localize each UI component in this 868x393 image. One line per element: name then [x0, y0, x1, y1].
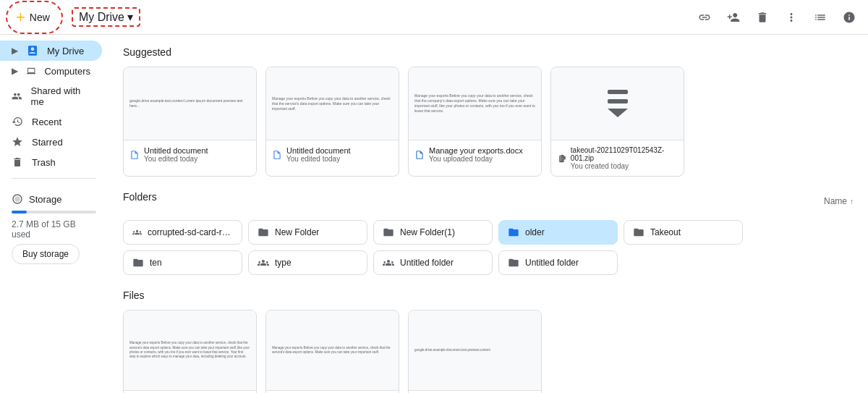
card-preview-2: Manage your exports Before you copy your… — [409, 67, 541, 140]
sidebar: ▶ My Drive ▶ Computers Shared with me Re… — [0, 35, 109, 393]
sidebar-item-starred[interactable]: Starred — [0, 132, 102, 152]
main-layout: ▶ My Drive ▶ Computers Shared with me Re… — [0, 35, 868, 393]
word-icon-2 — [414, 150, 425, 160]
card-name-0: Untitled document — [144, 146, 208, 155]
folders-title: Folders — [123, 191, 157, 203]
folder-item-3[interactable]: older — [498, 220, 618, 245]
folder-item-6[interactable]: type — [248, 250, 367, 275]
list-view-button[interactable] — [807, 4, 833, 30]
file-preview-2: google.drive.example.document.text.previ… — [409, 310, 541, 390]
buy-storage-button[interactable]: Buy storage — [12, 244, 80, 264]
file-card-0[interactable]: Manage your exports Before you copy your… — [123, 310, 257, 393]
file-preview-0: Manage your exports Before you copy your… — [124, 310, 256, 390]
sort-label: Name — [824, 196, 847, 206]
folder-name-1: New Folder — [275, 227, 319, 237]
card-date-0: You edited today — [144, 155, 208, 163]
sort-arrow-icon: ↑ — [850, 198, 854, 206]
file-card-2[interactable]: google.drive.example.document.text.previ… — [408, 310, 542, 393]
file-preview-1: Manage your exports Before you copy your… — [266, 310, 399, 390]
card-info-3: takeout-20211029T012543Z-001.zip You cre… — [551, 140, 684, 176]
folder-icon-2 — [383, 227, 394, 238]
sidebar-item-trash[interactable]: Trash — [0, 152, 102, 172]
breadcrumb-chevron-icon: ▾ — [127, 10, 133, 24]
sidebar-shared-label: Shared with me — [31, 85, 90, 107]
sidebar-computers-label: Computers — [44, 66, 90, 77]
card-preview-3 — [551, 67, 684, 140]
sidebar-item-mydrive[interactable]: ▶ My Drive — [0, 41, 102, 61]
folders-grid: corrupted-sd-card-recovery New Folder Ne… — [123, 220, 854, 275]
sort-button[interactable]: Name ↑ — [824, 196, 854, 206]
more-options-button[interactable] — [778, 4, 804, 30]
breadcrumb[interactable]: My Drive ▾ — [72, 7, 140, 27]
recent-icon — [12, 116, 23, 127]
storage-bar-fill — [12, 211, 27, 214]
link-button[interactable] — [692, 4, 718, 30]
card-name-3: takeout-20211029T012543Z-001.zip — [571, 146, 678, 162]
folders-section-header: Folders Name ↑ — [123, 191, 854, 211]
breadcrumb-label: My Drive — [79, 11, 124, 24]
starred-icon — [12, 136, 23, 148]
storage-used-label: 2.7 MB of 15 GB used — [12, 219, 96, 240]
sidebar-item-shared[interactable]: Shared with me — [0, 81, 102, 111]
card-preview-0: google.drive.example.text.content Lorem … — [124, 67, 256, 140]
sidebar-item-computers[interactable]: ▶ Computers — [0, 61, 102, 81]
folder-item-1[interactable]: New Folder — [248, 220, 367, 245]
folder-item-5[interactable]: ten — [123, 250, 242, 275]
plus-icon: + — [16, 8, 25, 27]
shared-icon — [12, 90, 22, 102]
file-info-2: Untitled document — [409, 390, 541, 393]
suggested-card-1[interactable]: Manage your exports Before you copy your… — [265, 67, 399, 177]
file-info-0: Manage your exports.docx — [124, 390, 256, 393]
folder-name-2: New Folder(1) — [400, 227, 455, 237]
files-grid: Manage your exports Before you copy your… — [123, 310, 854, 393]
sidebar-mydrive-label: My Drive — [47, 46, 84, 56]
card-info-0: Untitled document You edited today — [124, 140, 256, 169]
folder-item-0[interactable]: corrupted-sd-card-recovery — [123, 220, 242, 245]
suggested-card-0[interactable]: google.drive.example.text.content Lorem … — [123, 67, 257, 177]
delete-button[interactable] — [749, 4, 775, 30]
sidebar-item-recent[interactable]: Recent — [0, 111, 102, 132]
sidebar-divider — [12, 178, 96, 179]
folder-name-7: Untitled folder — [400, 258, 454, 268]
file-info-1: Untitled document — [266, 390, 399, 393]
sidebar-starred-label: Starred — [32, 137, 63, 148]
card-date-1: You edited today — [286, 155, 351, 163]
storage-section-label: Storage — [29, 194, 62, 205]
folder-item-7[interactable]: Untitled folder — [373, 250, 493, 275]
new-button[interactable]: + New — [6, 1, 63, 34]
folders-section: Folders Name ↑ corrupted-sd-card-recover… — [123, 191, 854, 275]
folder-person-icon-0 — [132, 227, 142, 238]
storage-icon — [12, 193, 23, 205]
share-button[interactable] — [720, 4, 746, 30]
folder-icon-1 — [258, 227, 269, 238]
folder-icon-4 — [633, 227, 644, 238]
new-label: New — [30, 12, 50, 23]
suggested-grid: google.drive.example.text.content Lorem … — [123, 67, 854, 177]
file-card-1[interactable]: Manage your exports Before you copy your… — [265, 310, 399, 393]
folder-icon-8 — [508, 257, 519, 269]
files-section: Files Manage your exports Before you cop… — [123, 290, 854, 393]
suggested-card-2[interactable]: Manage your exports Before you copy your… — [408, 67, 542, 177]
folder-name-6: type — [275, 258, 292, 268]
card-date-2: You uploaded today — [429, 155, 523, 163]
sidebar-storage: Storage 2.7 MB of 15 GB used Buy storage — [0, 185, 108, 273]
mydrive-icon — [27, 45, 38, 56]
info-button[interactable] — [836, 4, 862, 30]
folder-person-icon-6 — [258, 257, 269, 269]
folder-name-4: Takeout — [650, 227, 681, 237]
computers-icon — [27, 65, 35, 77]
content-area: Suggested google.drive.example.text.cont… — [109, 35, 868, 393]
suggested-card-3[interactable]: takeout-20211029T012543Z-001.zip You cre… — [550, 67, 684, 177]
card-info-1: Untitled document You edited today — [266, 140, 399, 169]
folder-icon-3 — [508, 227, 519, 238]
folder-item-2[interactable]: New Folder(1) — [373, 220, 493, 245]
card-date-3: You created today — [571, 162, 678, 170]
sidebar-expand-icon: ▶ — [12, 46, 18, 56]
folder-item-4[interactable]: Takeout — [624, 220, 743, 245]
folder-item-8[interactable]: Untitled folder — [498, 250, 618, 275]
folder-icon-5 — [132, 257, 144, 269]
topbar: + New My Drive ▾ — [0, 0, 868, 35]
sidebar-expand-icon: ▶ — [12, 66, 18, 76]
card-info-2: Manage your exports.docx You uploaded to… — [409, 140, 541, 169]
sidebar-recent-label: Recent — [32, 117, 61, 127]
